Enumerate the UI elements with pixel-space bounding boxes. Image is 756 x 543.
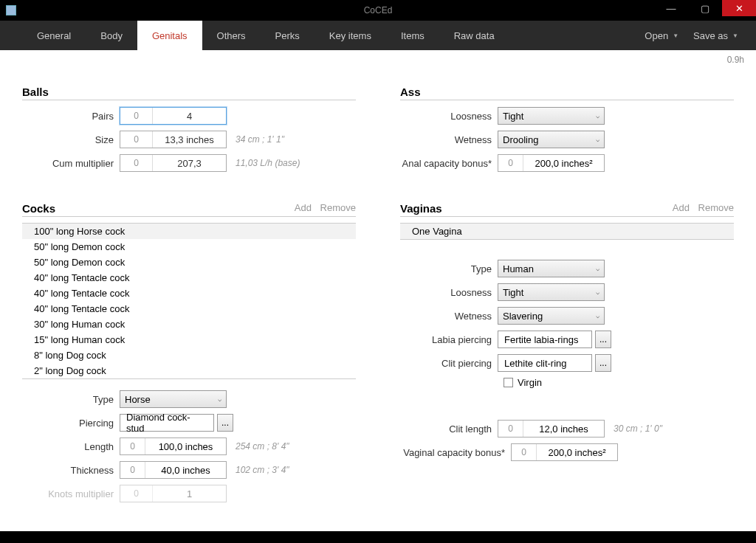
knots-label: Knots multiplier xyxy=(22,488,120,499)
vaginal-capacity-input[interactable]: 0 200,0 inches² xyxy=(511,443,618,461)
titlebar: CoCEd — ▢ ✕ xyxy=(0,0,756,21)
ass-wetness-label: Wetness xyxy=(400,134,498,145)
cocks-heading: Cocks Add Remove xyxy=(22,202,356,217)
vagina-wetness-select[interactable]: Slavering⌵ xyxy=(498,307,605,325)
window-title: CoCEd xyxy=(364,5,393,15)
vagina-looseness-select[interactable]: Tight⌵ xyxy=(498,283,605,301)
labia-piercing-input[interactable]: Fertite labia-rings xyxy=(498,331,592,348)
list-item[interactable]: 15" long Human cock xyxy=(22,332,356,347)
tab-items[interactable]: Items xyxy=(386,21,439,50)
cock-thickness-input[interactable]: 0 40,0 inches xyxy=(120,461,227,479)
list-item[interactable]: 40" long Tentacle cock xyxy=(22,270,356,286)
virgin-label: Virgin xyxy=(518,377,542,388)
tab-key-items[interactable]: Key items xyxy=(315,21,386,50)
list-item[interactable]: 30" long Human cock xyxy=(22,317,356,332)
vagina-looseness-label: Loosness xyxy=(400,287,498,298)
cocks-list[interactable]: 100" long Horse cock50" long Demon cock5… xyxy=(22,223,356,379)
size-input[interactable]: 0 13,3 inches xyxy=(120,131,227,148)
list-item[interactable]: 40" long Tentacle cock xyxy=(22,301,356,317)
ass-looseness-label: Loosness xyxy=(400,111,498,122)
virgin-checkbox[interactable] xyxy=(504,378,513,387)
maximize-button[interactable]: ▢ xyxy=(688,0,722,16)
cock-type-label: Type xyxy=(22,394,120,405)
chevron-down-icon: ⌵ xyxy=(218,395,221,403)
pairs-label: Pairs xyxy=(22,111,120,122)
vaginas-heading: Vaginas Add Remove xyxy=(400,202,734,217)
cock-piercing-input[interactable]: Diamond cock-stud xyxy=(120,414,214,432)
tab-general[interactable]: General xyxy=(22,21,86,50)
chevron-down-icon: ⌵ xyxy=(596,112,599,120)
open-menu[interactable]: Open▼ xyxy=(637,21,686,50)
cum-label: Cum multiplier xyxy=(22,158,120,169)
vaginal-capacity-label: Vaginal capacity bonus* xyxy=(400,447,511,458)
clit-piercing-label: Clit piercing xyxy=(400,358,498,369)
cock-piercing-browse-button[interactable]: ... xyxy=(217,414,233,432)
cum-hint: 11,03 L/h (base) xyxy=(236,158,300,168)
clit-piercing-input[interactable]: Lethite clit-ring xyxy=(498,354,592,372)
version-label: 0.9h xyxy=(727,55,744,65)
size-hint: 34 cm ; 1' 1" xyxy=(236,134,284,145)
list-item[interactable]: 50" long Demon cock xyxy=(22,255,356,270)
clit-length-input[interactable]: 0 12,0 inches xyxy=(498,420,605,437)
cocks-remove-button[interactable]: Remove xyxy=(320,202,356,213)
close-button[interactable]: ✕ xyxy=(722,0,756,16)
minimize-button[interactable]: — xyxy=(654,0,688,16)
chevron-down-icon: ⌵ xyxy=(596,288,599,296)
saveas-menu[interactable]: Save as▼ xyxy=(686,21,746,50)
list-item[interactable]: 8" long Dog cock xyxy=(22,347,356,363)
chevron-down-icon: ⌵ xyxy=(596,136,599,143)
clit-piercing-browse-button[interactable]: ... xyxy=(595,354,611,372)
cock-type-select[interactable]: Horse⌵ xyxy=(120,390,227,408)
list-item[interactable]: 50" long Demon cock xyxy=(22,239,356,255)
cock-length-label: Length xyxy=(22,441,120,452)
cock-thickness-label: Thickness xyxy=(22,465,120,476)
vaginas-add-button[interactable]: Add xyxy=(673,202,690,213)
list-item[interactable]: 2" long Dog cock xyxy=(22,363,356,378)
cock-length-input[interactable]: 0 100,0 inches xyxy=(120,437,227,455)
cum-input[interactable]: 0 207,3 xyxy=(120,154,227,172)
ass-wetness-select[interactable]: Drooling⌵ xyxy=(498,131,605,148)
list-item[interactable]: 100" long Horse cock xyxy=(22,224,356,239)
tab-body[interactable]: Body xyxy=(86,21,137,50)
size-label: Size xyxy=(22,134,120,145)
anal-capacity-label: Anal capacity bonus* xyxy=(400,158,498,169)
vagina-type-label: Type xyxy=(400,263,498,274)
chevron-down-icon: ⌵ xyxy=(596,265,599,272)
app-icon xyxy=(6,5,16,15)
cock-piercing-label: Piercing xyxy=(22,418,120,429)
list-item[interactable]: One Vagina xyxy=(400,224,734,239)
vagina-wetness-label: Wetness xyxy=(400,311,498,322)
vagina-type-select[interactable]: Human⌵ xyxy=(498,260,605,277)
anal-capacity-input[interactable]: 0 200,0 inches² xyxy=(498,154,605,172)
ass-heading: Ass xyxy=(400,86,734,100)
vaginas-list[interactable]: One Vagina xyxy=(400,223,734,240)
tab-perks[interactable]: Perks xyxy=(261,21,315,50)
labia-piercing-browse-button[interactable]: ... xyxy=(595,331,611,348)
chevron-down-icon: ▼ xyxy=(673,32,678,39)
chevron-down-icon: ⌵ xyxy=(596,312,599,319)
chevron-down-icon: ▼ xyxy=(732,32,738,39)
knots-input: 0 1 xyxy=(120,485,227,502)
pairs-input[interactable]: 0 4 xyxy=(120,107,227,125)
tab-others[interactable]: Others xyxy=(202,21,261,50)
list-item[interactable]: 40" long Tentacle cock xyxy=(22,286,356,301)
ass-looseness-select[interactable]: Tight⌵ xyxy=(498,107,605,125)
tab-genitals[interactable]: Genitals xyxy=(137,21,202,50)
tab-raw-data[interactable]: Raw data xyxy=(439,21,509,50)
cocks-add-button[interactable]: Add xyxy=(295,202,312,213)
vaginas-remove-button[interactable]: Remove xyxy=(698,202,734,213)
clit-length-label: Clit length xyxy=(400,423,498,435)
menubar: GeneralBodyGenitalsOthersPerksKey itemsI… xyxy=(0,21,756,50)
labia-piercing-label: Labia piercing xyxy=(400,334,498,345)
balls-heading: Balls xyxy=(22,86,356,100)
